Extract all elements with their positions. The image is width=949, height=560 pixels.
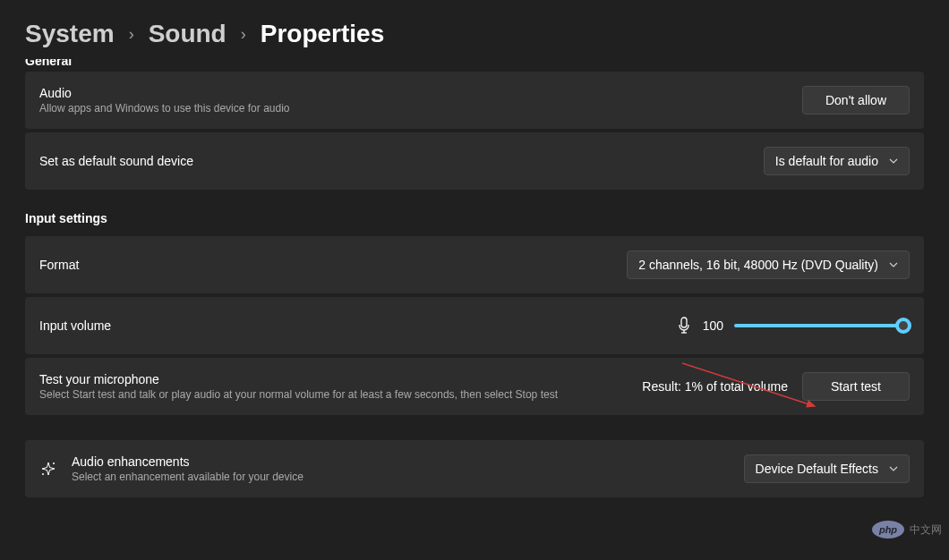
slider-thumb[interactable] (895, 318, 911, 334)
input-volume-value: 100 (703, 318, 723, 333)
watermark-text: 中文网 (910, 522, 942, 538)
breadcrumb-sound[interactable]: Sound (149, 20, 227, 48)
test-mic-title: Test your microphone (39, 372, 558, 386)
format-dropdown-label: 2 channels, 16 bit, 48000 Hz (DVD Qualit… (638, 258, 878, 272)
input-volume-card: Input volume 100 (25, 297, 924, 354)
format-title: Format (39, 258, 79, 272)
breadcrumb-properties: Properties (261, 20, 385, 48)
audio-enhancements-card: Audio enhancements Select an enhancement… (25, 440, 924, 497)
default-device-dropdown[interactable]: Is default for audio (764, 147, 910, 175)
enhancements-dropdown[interactable]: Device Default Effects (744, 454, 910, 483)
dont-allow-button[interactable]: Don't allow (802, 86, 910, 115)
section-header-input-settings: Input settings (25, 211, 924, 225)
input-volume-title: Input volume (39, 318, 111, 333)
test-microphone-card: Test your microphone Select Start test a… (25, 358, 924, 415)
svg-rect-0 (681, 318, 687, 327)
test-mic-result: Result: 1% of total volume (642, 379, 788, 394)
chevron-down-icon (889, 157, 898, 165)
default-device-title: Set as default sound device (39, 154, 193, 168)
format-dropdown[interactable]: 2 channels, 16 bit, 48000 Hz (DVD Qualit… (627, 250, 910, 279)
chevron-right-icon: › (241, 25, 246, 44)
php-logo-icon: php (872, 521, 904, 539)
audio-title: Audio (39, 86, 290, 100)
slider-track (734, 324, 910, 327)
microphone-icon (676, 318, 692, 334)
default-device-card: Set as default sound device Is default f… (25, 132, 924, 190)
breadcrumb-system[interactable]: System (25, 20, 115, 48)
audio-subtitle: Allow apps and Windows to use this devic… (39, 102, 290, 115)
svg-point-4 (42, 473, 44, 475)
input-volume-slider[interactable] (734, 318, 910, 333)
sparkle-icon (39, 460, 57, 478)
default-device-dropdown-label: Is default for audio (775, 154, 878, 168)
test-mic-subtitle: Select Start test and talk or play audio… (39, 388, 558, 401)
enhancements-title: Audio enhancements (72, 454, 304, 469)
start-test-button[interactable]: Start test (802, 372, 910, 401)
audio-allow-card: Audio Allow apps and Windows to use this… (25, 72, 924, 129)
chevron-down-icon (889, 260, 898, 269)
chevron-down-icon (889, 464, 898, 473)
breadcrumb: System › Sound › Properties (0, 0, 949, 64)
enhancements-subtitle: Select an enhancement available for your… (72, 471, 304, 483)
format-card: Format 2 channels, 16 bit, 48000 Hz (DVD… (25, 236, 924, 293)
section-header-general: General (25, 59, 924, 68)
svg-point-3 (53, 462, 55, 464)
enhancements-dropdown-label: Device Default Effects (756, 462, 878, 476)
watermark: php 中文网 (872, 521, 942, 539)
chevron-right-icon: › (129, 25, 134, 44)
